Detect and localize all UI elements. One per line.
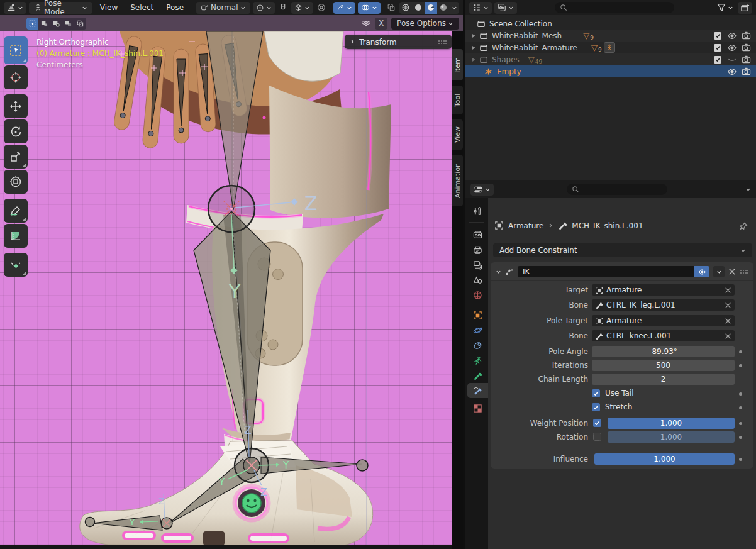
clear-icon[interactable] [725,333,731,340]
animate-decorator[interactable] [739,392,742,396]
expand-arrow-icon[interactable] [470,57,477,63]
annotate-tool[interactable] [4,199,28,223]
tab-render[interactable] [467,227,488,242]
shading-material-button[interactable] [425,2,437,14]
constraint-name-field[interactable]: IK [518,266,694,277]
npanel-tab-tool[interactable]: Tool [452,86,463,114]
transform-panel-header[interactable]: Transform [345,35,452,49]
weight-position-checkbox[interactable] [593,419,601,427]
viewport-3d[interactable]: Z Y Z [0,31,463,549]
animate-decorator[interactable] [739,364,742,367]
influence-slider[interactable]: 1.000 [594,453,735,465]
mode-dropdown[interactable]: Pose Mode [29,2,92,14]
add-bone-constraint-dropdown[interactable]: Add Bone Constraint [493,243,752,257]
animate-decorator[interactable] [739,406,742,409]
tab-view-layer[interactable] [467,257,488,272]
target-field[interactable]: Armature [592,284,735,296]
outliner-editor-type-button[interactable] [469,2,492,14]
overlays-toggle[interactable] [358,2,381,14]
outliner-row-empty[interactable]: Empty [465,65,756,77]
bone-field[interactable]: CTRL_IK_leg.L.001 [592,299,735,311]
snap-toggle[interactable] [277,2,289,14]
tab-object-constraints[interactable] [467,338,488,353]
camera-render-icon[interactable] [742,31,751,40]
tab-world[interactable] [467,287,488,302]
panel-expand-icon[interactable] [496,269,501,275]
pin-icon[interactable] [740,222,748,231]
tab-scene[interactable] [467,272,488,287]
npanel-tab-item[interactable]: Item [452,49,463,80]
transform-orientation-dropdown[interactable]: Normal [196,2,250,14]
animate-decorator[interactable] [739,350,742,353]
chain-length-field[interactable]: 2 [592,374,735,385]
menu-select[interactable]: Select [125,1,158,14]
eye-icon[interactable] [727,31,737,41]
weight-position-slider[interactable]: 1.000 [608,418,735,429]
snap-with-dropdown[interactable] [291,2,313,14]
rotation-slider[interactable]: 1.000 [608,431,735,443]
editor-type-button[interactable] [4,2,26,14]
outliner-row-whiterabbit-mesh[interactable]: WhiteRabbit_Mesh ▽9 [465,30,756,42]
animate-decorator[interactable] [739,436,742,439]
breadcrumb-object[interactable]: Armature [508,221,543,230]
camera-render-icon[interactable] [742,43,751,52]
pose-breakdowner-tool[interactable] [4,253,28,277]
gizmos-toggle[interactable] [333,2,355,14]
drag-dots-icon[interactable] [740,269,748,274]
outliner-row-whiterabbit-armature[interactable]: WhiteRabbit_Armature ▽9 [465,42,756,53]
clear-icon[interactable] [725,318,731,324]
tab-tool[interactable] [467,203,488,218]
expand-arrow-icon[interactable] [470,45,477,51]
outliner-display-mode-button[interactable] [494,2,517,14]
tab-physics[interactable] [467,323,488,338]
iterations-field[interactable]: 500 [592,360,735,371]
select-mode-set[interactable] [26,18,38,30]
camera-render-icon[interactable] [742,67,751,76]
tab-bone-constraints[interactable] [467,383,488,398]
tab-texture[interactable] [467,401,488,416]
rotation-checkbox[interactable] [593,433,601,441]
use-tail-checkbox[interactable] [592,389,600,397]
camera-render-icon[interactable] [742,55,751,64]
menu-view[interactable]: View [95,1,123,14]
shading-dropdown[interactable] [450,2,459,14]
pole-bone-field[interactable]: CTRL_knee.L.001 [592,330,735,341]
tab-armature-data[interactable] [467,353,488,368]
collection-checkbox[interactable] [714,32,721,40]
constraint-extras-dropdown[interactable] [713,266,725,277]
xray-toggle[interactable] [386,2,397,14]
eye-closed-icon[interactable] [727,55,737,65]
outliner-row-shapes[interactable]: Shapes ▽49 [465,53,756,65]
shading-solid-button[interactable] [412,2,425,14]
npanel-tab-view[interactable]: View [452,119,463,150]
cursor-tool[interactable] [4,65,28,89]
expand-arrow-icon[interactable] [470,33,477,39]
eye-icon[interactable] [727,67,737,77]
select-mode-extend[interactable] [38,18,50,30]
pole-angle-field[interactable]: -89.93° [592,346,735,357]
tab-bone[interactable] [467,368,488,383]
delete-constraint-icon[interactable] [728,268,736,275]
scale-tool[interactable] [4,145,28,169]
collection-checkbox[interactable] [714,44,721,52]
constraint-enable-toggle[interactable] [694,266,709,277]
transform-tool[interactable] [4,170,28,194]
breadcrumb-bone[interactable]: MCH_IK_shin.L.001 [572,221,643,230]
collection-checkbox[interactable] [714,56,721,64]
rotate-tool[interactable] [4,119,28,143]
properties-editor-type-button[interactable] [470,184,494,196]
pivot-point-dropdown[interactable] [253,2,275,14]
pole-target-field[interactable]: Armature [592,315,735,326]
move-tool[interactable] [4,94,28,118]
stretch-checkbox[interactable] [592,403,600,411]
tab-object[interactable] [467,308,488,323]
select-mode-subtract[interactable] [50,18,62,30]
mirror-x-toggle[interactable]: X [375,18,387,30]
outliner-search-input[interactable] [555,2,674,13]
animate-decorator[interactable] [739,458,742,461]
clear-icon[interactable] [725,287,731,294]
clear-icon[interactable] [725,302,731,309]
new-collection-button[interactable] [738,2,752,14]
menu-pose[interactable]: Pose [161,1,189,14]
pose-options-dropdown[interactable]: Pose Options [391,18,459,30]
